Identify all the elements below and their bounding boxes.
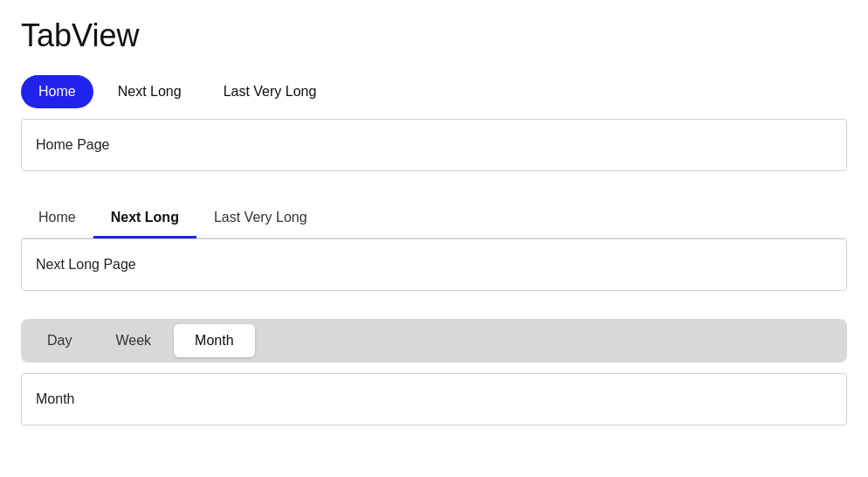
- tab-pill-next-long[interactable]: Next Long: [100, 75, 199, 108]
- tab-content-home: Home Page: [21, 119, 847, 171]
- tab-pill-last-very-long[interactable]: Last Very Long: [206, 75, 334, 108]
- tab-content-month: Month: [21, 373, 847, 425]
- tab-segmented-week[interactable]: Week: [94, 324, 172, 357]
- tab-underline-home[interactable]: Home: [21, 199, 93, 238]
- tab-group-underline: Home Next Long Last Very Long: [21, 199, 847, 238]
- tab-segmented-day[interactable]: Day: [26, 324, 93, 357]
- tab-content-next-long: Next Long Page: [21, 238, 847, 291]
- tab-section-segmented: Day Week Month: [21, 319, 847, 363]
- tab-underline-last-very-long[interactable]: Last Very Long: [196, 199, 325, 238]
- tab-segmented-month[interactable]: Month: [174, 324, 254, 357]
- tab-group-pill: Home Next Long Last Very Long: [21, 75, 847, 108]
- tab-group-segmented: Day Week Month: [21, 319, 847, 363]
- tab-pill-home[interactable]: Home: [21, 75, 93, 108]
- page-title: TabView: [21, 17, 847, 54]
- tab-underline-next-long[interactable]: Next Long: [93, 199, 196, 238]
- tab-section-underline: Home Next Long Last Very Long Next Long …: [21, 199, 847, 291]
